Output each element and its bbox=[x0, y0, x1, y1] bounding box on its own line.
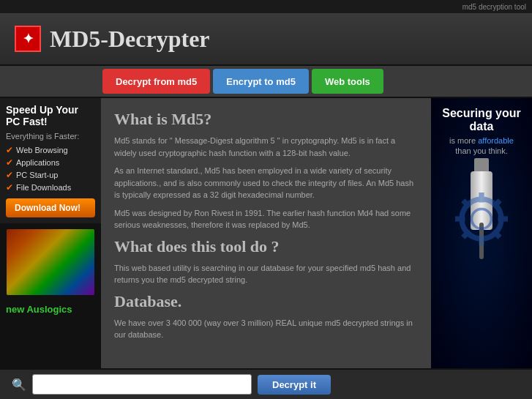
para-2: This web based utility is searching in o… bbox=[114, 262, 418, 286]
nav-tabs: Decrypt from md5 Encrypt to md5 Web tool… bbox=[0, 66, 532, 98]
para-1b: As an Internet standard., Md5 has been e… bbox=[114, 165, 418, 201]
ad-speedup: Speed Up Your PC Fast! Everything is Fas… bbox=[0, 98, 101, 223]
gear-graphic bbox=[449, 186, 514, 252]
usb-connector bbox=[474, 158, 489, 173]
tab-encrypt[interactable]: Encrypt to md5 bbox=[213, 69, 309, 94]
site-title: MD5-Decrypter bbox=[50, 26, 210, 53]
download-now-button[interactable]: Download Now! bbox=[6, 198, 95, 217]
heading-what-is-md5: What is Md5? bbox=[114, 110, 418, 129]
right-ad-title: Securing your data bbox=[437, 107, 526, 133]
checkmark-icon-4: ✔ bbox=[6, 182, 13, 193]
top-bar: md5 decryption tool bbox=[0, 0, 532, 13]
para-3: We have over 3 400 000 (way over 3 milli… bbox=[114, 317, 418, 341]
tab-decrypt[interactable]: Decrypt from md5 bbox=[102, 69, 210, 94]
ad-product-image bbox=[7, 229, 94, 295]
right-ad: Securing your data is more affordable th… bbox=[431, 98, 532, 368]
search-input[interactable] bbox=[32, 374, 252, 395]
decrypt-button[interactable]: Decrypt it bbox=[258, 375, 331, 395]
para-1a: Md5 stands for " Message-Digest algorith… bbox=[114, 135, 418, 159]
heading-database: Database. bbox=[114, 292, 418, 311]
bottom-bar: 🔍 Decrypt it bbox=[0, 368, 532, 399]
usb-graphic bbox=[445, 164, 518, 259]
content-area: What is Md5? Md5 stands for " Message-Di… bbox=[101, 98, 431, 368]
logo-icon: ✦ bbox=[15, 26, 41, 52]
main-layout: Speed Up Your PC Fast! Everything is Fas… bbox=[0, 98, 532, 368]
top-bar-label: md5 decryption tool bbox=[462, 3, 526, 11]
svg-point-1 bbox=[472, 209, 492, 229]
header: ✦ MD5-Decrypter bbox=[0, 13, 532, 66]
item-label-1: Web Browsing bbox=[16, 146, 68, 154]
ad-bottom-label: new Auslogics bbox=[0, 301, 101, 318]
right-sidebar: Securing your data is more affordable th… bbox=[431, 98, 532, 368]
item-label-2: Applications bbox=[16, 158, 59, 167]
checkmark-item-2: ✔ Applications bbox=[6, 157, 95, 168]
checkmark-icon-3: ✔ bbox=[6, 170, 13, 180]
para-1c: Md5 was designed by Ron Rivest in 1991. … bbox=[114, 207, 418, 231]
checkmark-item-3: ✔ PC Start-up bbox=[6, 170, 95, 180]
checkmark-icon-1: ✔ bbox=[6, 145, 13, 155]
right-ad-is-more: is more bbox=[449, 136, 476, 145]
item-label-4: File Downloads bbox=[16, 183, 71, 192]
checkmark-item-1: ✔ Web Browsing bbox=[6, 145, 95, 155]
left-sidebar: Speed Up Your PC Fast! Everything is Fas… bbox=[0, 98, 101, 368]
ad-subtitle: Everything is Faster: bbox=[6, 132, 95, 141]
tab-webtools[interactable]: Web tools bbox=[312, 69, 383, 94]
checkmark-icon-2: ✔ bbox=[6, 157, 13, 168]
ad-title: Speed Up Your PC Fast! bbox=[6, 104, 95, 127]
checkmark-item-4: ✔ File Downloads bbox=[6, 182, 95, 193]
right-ad-accent: affordable bbox=[478, 136, 514, 145]
right-ad-subtitle: is more affordable bbox=[449, 136, 514, 145]
right-ad-than-you-think: than you think. bbox=[455, 146, 508, 155]
item-label-3: PC Start-up bbox=[16, 171, 58, 179]
heading-what-does-tool-do: What does this tool do ? bbox=[114, 237, 418, 256]
search-icon: 🔍 bbox=[12, 378, 26, 392]
